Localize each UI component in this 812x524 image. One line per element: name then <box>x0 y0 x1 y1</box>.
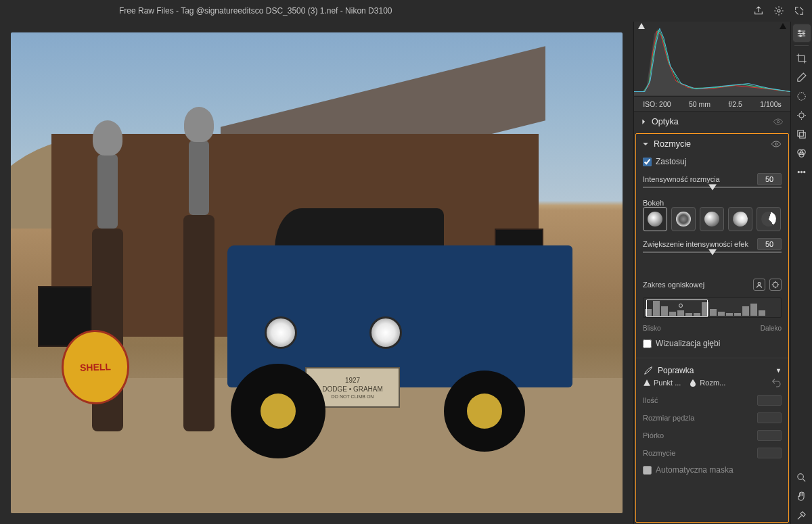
eyedropper-tool-icon[interactable] <box>793 506 811 524</box>
image-preview[interactable]: SHELL 1927 DODGE • GRAHAM DO NOT CLIMB O… <box>11 32 623 513</box>
more-icon[interactable] <box>793 163 811 181</box>
boost-slider[interactable] <box>643 247 782 257</box>
exif-aperture: f/2.5 <box>728 100 742 108</box>
layers-icon[interactable] <box>793 125 811 143</box>
face-detect-icon[interactable] <box>753 279 765 291</box>
svg-point-9 <box>799 112 804 117</box>
bokeh-label: Bokeh <box>643 199 782 207</box>
eraser-tool-icon[interactable] <box>793 68 811 86</box>
dropdown-icon[interactable]: ▼ <box>775 367 782 374</box>
bokeh-option-5[interactable] <box>757 207 781 231</box>
visibility-toggle-icon[interactable] <box>773 116 784 127</box>
brush-size-row: Rozmiar pędzla <box>643 412 782 423</box>
title-bar: Free Raw Files - Tag @signatureeditsco D… <box>0 0 812 22</box>
adjust-color-icon[interactable] <box>793 144 811 162</box>
undo-icon[interactable] <box>771 377 782 388</box>
bokeh-option-4[interactable] <box>728 207 752 231</box>
feather-row: Piórko <box>643 430 782 441</box>
visibility-toggle-icon[interactable] <box>771 139 782 149</box>
exif-bar: ISO: 200 50 mm f/2.5 1/100s <box>634 96 790 111</box>
fullscreen-icon[interactable] <box>792 3 807 18</box>
focal-range-label: Zakres ogniskowej <box>643 281 704 289</box>
blur-row: Rozmycie <box>643 448 782 458</box>
chevron-down-icon <box>643 141 648 147</box>
focal-near-label: Blisko <box>643 325 661 332</box>
automask-checkbox[interactable]: Automatyczna maska <box>643 465 782 475</box>
section-title: Rozmycie <box>654 139 691 149</box>
hand-tool-icon[interactable] <box>793 487 811 505</box>
feather-input[interactable] <box>757 430 782 441</box>
svg-rect-11 <box>800 132 806 138</box>
cone-icon <box>643 379 651 387</box>
bokeh-option-2[interactable] <box>671 207 696 231</box>
svg-point-7 <box>800 34 802 37</box>
amount-row: Ilość <box>643 395 782 406</box>
section-rozmycie: Rozmycie Zastosuj Intensywność rozmycia <box>635 133 789 523</box>
svg-point-18 <box>798 473 804 479</box>
export-icon[interactable] <box>751 3 766 18</box>
blur-intensity-slider[interactable] <box>643 183 782 192</box>
section-header-optyka[interactable]: Optyka <box>634 112 790 132</box>
gear-icon[interactable] <box>771 3 786 18</box>
section-header-rozmycie[interactable]: Rozmycie <box>636 134 788 154</box>
svg-point-0 <box>777 9 780 12</box>
adjustments-panel-icon[interactable] <box>793 24 811 42</box>
svg-point-17 <box>804 171 805 172</box>
mode-blur[interactable]: Rozm... <box>689 379 725 387</box>
exif-shutter: 1/100s <box>760 100 782 108</box>
svg-point-3 <box>758 283 761 285</box>
svg-point-4 <box>773 282 778 287</box>
focal-range-graph[interactable] <box>643 297 782 318</box>
blur-input[interactable] <box>757 448 782 458</box>
correction-header[interactable]: Poprawka ▼ <box>643 362 782 376</box>
right-panel: ISO: 200 50 mm f/2.5 1/100s Optyka Ro <box>633 22 790 524</box>
exif-iso: ISO: 200 <box>643 100 671 108</box>
focal-far-label: Daleko <box>761 325 782 332</box>
exif-focal: 50 mm <box>689 100 710 108</box>
chevron-right-icon <box>641 119 646 124</box>
drop-icon <box>689 379 697 387</box>
svg-point-8 <box>798 92 805 99</box>
svg-point-16 <box>800 171 802 172</box>
svg-point-15 <box>798 171 799 172</box>
redeye-tool-icon[interactable] <box>793 106 811 124</box>
zoom-tool-icon[interactable] <box>793 469 811 486</box>
tool-strip <box>790 22 812 524</box>
brush-icon <box>643 365 654 376</box>
brush-size-input[interactable] <box>757 412 782 423</box>
image-canvas-area[interactable]: SHELL 1927 DODGE • GRAHAM DO NOT CLIMB O… <box>0 22 633 524</box>
crop-tool-icon[interactable] <box>793 49 811 67</box>
amount-input[interactable] <box>757 395 782 406</box>
apply-checkbox[interactable]: Zastosuj <box>643 157 782 166</box>
depth-visualization-checkbox[interactable]: Wizualizacja głębi <box>643 339 782 348</box>
svg-rect-10 <box>798 130 804 136</box>
marquee-tool-icon[interactable] <box>793 87 811 105</box>
svg-point-2 <box>775 143 777 145</box>
target-icon[interactable] <box>769 279 782 291</box>
svg-point-5 <box>798 30 800 32</box>
section-optyka: Optyka <box>634 111 790 132</box>
mode-point[interactable]: Punkt ... <box>643 379 681 387</box>
document-title: Free Raw Files - Tag @signatureeditsco D… <box>5 6 751 16</box>
svg-point-6 <box>803 32 805 34</box>
bokeh-option-1[interactable] <box>643 207 667 231</box>
svg-point-1 <box>777 120 779 122</box>
section-title: Optyka <box>652 117 679 126</box>
bokeh-option-3[interactable] <box>700 207 724 231</box>
histogram[interactable]: ISO: 200 50 mm f/2.5 1/100s <box>634 22 790 111</box>
